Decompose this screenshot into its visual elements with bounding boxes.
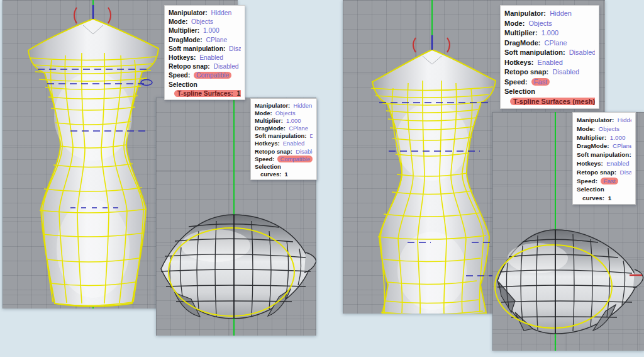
hud-value: Objects — [191, 18, 213, 25]
hud-value: CPlane — [289, 125, 308, 132]
hud-label: curves: — [582, 195, 604, 201]
hud-row: Soft manipulation: Disabled — [255, 132, 313, 140]
hud-row: Mode: Objects — [577, 125, 631, 133]
hud-value: Disabled — [229, 45, 241, 52]
hud-row: Selection — [169, 81, 241, 89]
hud-value: 1 — [285, 171, 288, 178]
hud-label: Retopo snap: — [169, 63, 210, 70]
hud-label: Multiplier: — [255, 117, 283, 124]
hud-label: Soft manipulation: — [504, 48, 565, 56]
hud-value: Enabled — [606, 160, 629, 167]
hud-value: 1.000 — [203, 27, 219, 34]
hud-row: DragMode: CPlane — [169, 36, 241, 45]
hud-row: DragMode: CPlane — [255, 125, 313, 132]
hud-label: Multiplier: — [169, 27, 199, 34]
hud-label: Manipulator: — [577, 116, 614, 123]
hud-label: Hotkeys: — [169, 54, 196, 61]
hud-panel-left-front: Manipulator: HiddenMode: ObjectsMultipli… — [164, 5, 245, 100]
hud-row: Speed: Compatible — [169, 71, 241, 80]
hud-row: Soft manipulation: Disabled — [169, 45, 241, 54]
hud-value: Enabled — [199, 54, 223, 61]
hud-value: CPlane — [545, 39, 567, 47]
hud-value: Enabled — [283, 140, 304, 147]
hud-row: Manipulator: Hidden — [255, 102, 313, 110]
hud-row: DragMode: CPlane — [504, 38, 595, 48]
hud-label: Soft manipulation: — [577, 151, 631, 158]
hud-label: Mode: — [169, 18, 187, 25]
hud-label: Manipulator: — [169, 9, 208, 16]
hud-value: 1 — [608, 195, 612, 201]
hud-value: 1 — [236, 90, 240, 97]
hud-label: Hotkeys: — [504, 59, 533, 66]
hud-label: Hotkeys: — [577, 160, 603, 167]
hud-label: Mode: — [255, 110, 272, 116]
hud-row: Mode: Objects — [504, 19, 595, 29]
hud-row: Manipulator: Hidden — [169, 9, 241, 18]
hud-label: Multiplier: — [577, 134, 606, 141]
hud-value: Enabled — [538, 59, 563, 66]
hud-label: curves: — [260, 171, 281, 178]
hud-row: Manipulator: Hidden — [577, 116, 631, 125]
hud-value: Disabled — [620, 169, 631, 176]
hud-label: DragMode: — [255, 125, 286, 132]
hud-row: Manipulator: Hidden — [504, 9, 595, 19]
hud-label: Mode: — [577, 125, 595, 132]
hud-label: Selection — [255, 163, 281, 170]
hud-row: Mode: Objects — [255, 110, 313, 117]
hud-label: Speed: — [255, 156, 274, 162]
hud-label: DragMode: — [169, 37, 203, 43]
hud-value: Objects — [599, 125, 619, 132]
hud-label: Mode: — [504, 20, 525, 27]
hud-value: Hidden — [293, 102, 312, 109]
hud-value: Disabled — [552, 68, 579, 76]
hud-value: Compatible — [277, 156, 312, 162]
hud-label: DragMode: — [577, 142, 609, 149]
hud-panel-left-top: Manipulator: HiddenMode: ObjectsMultipli… — [250, 98, 317, 180]
hud-label: Manipulator: — [504, 9, 546, 17]
hud-label: Hotkeys: — [255, 140, 280, 147]
hud-label: Soft manipulation: — [255, 132, 306, 139]
torso-top-model[interactable] — [161, 215, 316, 319]
hud-row: Mode: Objects — [169, 18, 241, 26]
hud-row: DragMode: CPlane — [577, 142, 631, 150]
hud-row: Selection — [255, 163, 313, 171]
hud-row: Multiplier: 1.000 — [504, 28, 595, 38]
hud-value: 1.000 — [610, 134, 626, 141]
hud-row: Hotkeys: Enabled — [577, 159, 631, 168]
hud-value: Disabled — [296, 148, 313, 155]
hud-value: Fast — [601, 178, 618, 184]
hud-row: Retopo snap: Disabled — [255, 148, 313, 156]
hud-label: Selection — [504, 88, 535, 95]
hud-label: Retopo snap: — [504, 68, 548, 76]
hud-value: Disabled — [569, 48, 595, 56]
hud-value: Hidden — [618, 116, 631, 123]
hud-panel-right-top: Manipulator: HiddenMode: ObjectsMultipli… — [572, 112, 636, 205]
hud-row: Soft manipulation: Disabled — [504, 48, 595, 58]
hud-row: Hotkeys: Enabled — [169, 54, 241, 62]
hud-row: Hotkeys: Enabled — [255, 140, 313, 147]
hud-label: Speed: — [169, 72, 190, 79]
hud-value: 1.000 — [286, 117, 301, 124]
highlight-pill: T-spline Surfaces: 1 — [174, 90, 241, 97]
hud-value: Compatible — [194, 72, 231, 79]
hud-row: curves: 1 — [577, 194, 631, 203]
highlight-pill: T-spline Surfaces (mesh): 1 — [510, 98, 595, 105]
hud-value: Objects — [529, 20, 552, 27]
hud-row: curves: 1 — [255, 171, 313, 178]
hud-row: Retopo snap: Disabled — [504, 67, 595, 77]
hud-row: T-spline Surfaces (mesh): 1 — [504, 97, 595, 107]
hud-label: Manipulator: — [255, 102, 290, 109]
hud-row: Hotkeys: Enabled — [504, 58, 595, 68]
hud-label: DragMode: — [504, 39, 540, 47]
hud-row: Retopo snap: Disabled — [169, 62, 241, 71]
hud-panel-right-front: Manipulator: HiddenMode: ObjectsMultipli… — [500, 5, 599, 109]
torso-top-model[interactable] — [497, 230, 643, 334]
hud-label: Multiplier: — [504, 29, 538, 37]
hud-value: Hidden — [211, 9, 232, 16]
hud-value: CPlane — [206, 37, 228, 43]
hud-value: Disabled — [310, 132, 313, 139]
hud-label: Selection — [577, 186, 604, 193]
hud-value: 1.000 — [541, 29, 559, 37]
hud-label: Selection — [169, 81, 197, 88]
hud-row: Selection — [577, 185, 631, 194]
